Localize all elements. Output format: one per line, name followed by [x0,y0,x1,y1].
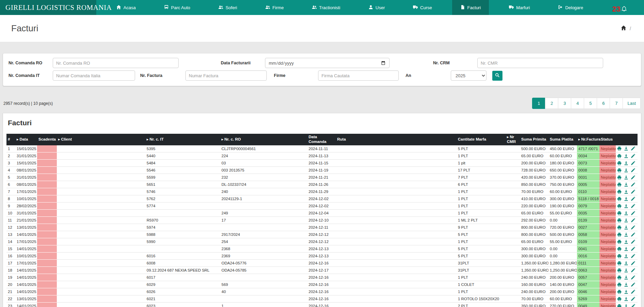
page-button-5[interactable]: 5 [584,98,597,109]
nr-factura-input[interactable] [185,70,267,81]
sort-caret-icon[interactable]: ▶ [221,138,223,141]
page-button-2[interactable]: 2 [545,98,558,109]
search-button[interactable] [492,71,502,81]
nr-comanda-it-input[interactable] [53,70,135,81]
download-icon[interactable] [624,282,628,287]
printer-icon[interactable] [617,175,622,180]
download-icon[interactable] [624,154,628,158]
an-select[interactable]: 2025 [451,70,486,81]
pencil-icon[interactable] [631,182,635,187]
download-icon[interactable] [624,254,628,258]
pencil-icon[interactable] [631,275,635,280]
column-header-nr_factura[interactable]: ▶Nr.Factura [577,134,599,145]
sort-caret-icon[interactable]: ▶ [147,138,148,141]
printer-icon[interactable] [617,261,622,265]
printer-icon[interactable] [617,182,622,187]
nav-item-delogare[interactable]: Delogare [550,0,591,15]
home-icon[interactable] [621,25,626,32]
pencil-icon[interactable] [631,261,635,265]
pencil-icon[interactable] [631,161,635,165]
download-icon[interactable] [624,240,628,244]
pencil-icon[interactable] [631,218,635,223]
download-icon[interactable] [624,175,628,180]
sort-caret-icon[interactable]: ▶ [507,136,509,138]
nav-item-acasa[interactable]: Acasa [108,0,144,15]
printer-icon[interactable] [617,197,622,201]
column-header-data[interactable]: ▶Data [15,134,37,145]
nav-item-curse[interactable]: Curse [405,0,440,15]
pencil-icon[interactable] [631,225,635,230]
pencil-icon[interactable] [631,254,635,258]
printer-icon[interactable] [617,168,622,173]
printer-icon[interactable] [617,282,622,287]
download-icon[interactable] [624,211,628,215]
page-button-1[interactable]: 1 [532,98,545,109]
pencil-icon[interactable] [631,290,635,294]
pencil-icon[interactable] [631,247,635,251]
pencil-icon[interactable] [631,190,635,194]
printer-icon[interactable] [617,190,622,194]
sort-caret-icon[interactable]: ▶ [58,138,60,141]
printer-icon[interactable] [617,218,622,223]
download-icon[interactable] [624,268,628,273]
printer-icon[interactable] [617,154,622,158]
pencil-icon[interactable] [631,154,635,158]
printer-icon[interactable] [617,225,622,230]
sort-caret-icon[interactable]: ▶ [17,138,18,141]
download-icon[interactable] [624,161,628,165]
download-icon[interactable] [624,225,628,230]
page-button-last[interactable]: Last [623,98,641,109]
printer-icon[interactable] [617,204,622,208]
printer-icon[interactable] [617,247,622,251]
data-facturarii-input[interactable] [265,58,390,68]
download-icon[interactable] [624,247,628,251]
download-icon[interactable] [624,275,628,280]
download-icon[interactable] [624,204,628,208]
download-icon[interactable] [624,290,628,294]
download-icon[interactable] [624,190,628,194]
nav-item-soferi[interactable]: Soferi [210,0,245,15]
download-icon[interactable] [624,197,628,201]
pencil-icon[interactable] [631,297,635,301]
sort-caret-icon[interactable]: ▶ [578,138,580,141]
nav-item-parc-auto[interactable]: Parc Auto [156,0,198,15]
printer-icon[interactable] [617,240,622,244]
printer-icon[interactable] [617,146,622,151]
printer-icon[interactable] [617,297,622,301]
nav-item-marfuri[interactable]: Marfuri [501,0,538,15]
notifications[interactable]: 23 [612,0,627,15]
pencil-icon[interactable] [631,204,635,208]
download-icon[interactable] [624,168,628,173]
pencil-icon[interactable] [631,268,635,273]
download-icon[interactable] [624,146,628,151]
printer-icon[interactable] [617,304,622,307]
printer-icon[interactable] [617,232,622,237]
printer-icon[interactable] [617,275,622,280]
page-button-6[interactable]: 6 [597,98,610,109]
nav-item-firme[interactable]: Firme [257,0,292,15]
nav-item-tractionisti[interactable]: Tractionisti [304,0,348,15]
bell-icon[interactable] [621,6,627,13]
page-button-4[interactable]: 4 [571,98,584,109]
column-header-nr_cmr[interactable]: ▶Nr CMR [506,134,520,145]
nav-item-facturi[interactable]: Facturi [452,0,489,15]
page-button-7[interactable]: 7 [610,98,623,109]
pencil-icon[interactable] [631,240,635,244]
printer-icon[interactable] [617,211,622,215]
column-header-client[interactable]: ▶Client [57,134,145,145]
printer-icon[interactable] [617,161,622,165]
download-icon[interactable] [624,297,628,301]
pencil-icon[interactable] [631,146,635,151]
column-header-nr_ro[interactable]: ▶Nr. c. RO [220,134,307,145]
pencil-icon[interactable] [631,197,635,201]
pencil-icon[interactable] [631,232,635,237]
printer-icon[interactable] [617,254,622,258]
download-icon[interactable] [624,304,628,307]
page-button-3[interactable]: 3 [558,98,571,109]
download-icon[interactable] [624,232,628,237]
download-icon[interactable] [624,218,628,223]
column-header-nr_it[interactable]: ▶Nr. c. IT [145,134,220,145]
nr-cmr-input[interactable] [477,58,603,68]
nr-comanda-ro-input[interactable] [53,58,179,68]
download-icon[interactable] [624,182,628,187]
